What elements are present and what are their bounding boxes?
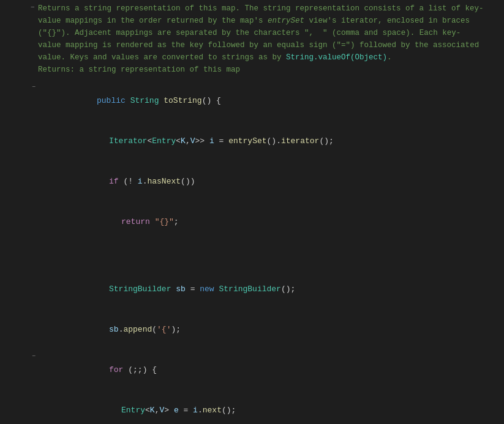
line-content: Iterator<Entry<K,V>> i = entrySet().iter… [37,121,504,162]
collapse-icon-method[interactable]: − [32,81,36,94]
code-line-iterator: Iterator<Entry<K,V>> i = entrySet().iter… [0,121,504,162]
code-line-return-empty: return "{}"; [0,202,504,242]
javadoc-line-2: value mappings in the order returned by … [0,15,504,27]
code-lines: − public String toString() { Iterator<En… [0,78,504,424]
javadoc-text-3: ("{}"). Adjacent mappings are separated … [37,27,504,39]
code-line-for: − for (;;) { [0,350,504,390]
code-line-if-hasnext: if (! i.hasNext()) [0,162,504,202]
code-line-empty-1 [0,242,504,256]
keyword-public: public [97,96,126,105]
javadoc-text-6: Returns: a string representation of this… [37,64,504,76]
line-content: if (! i.hasNext()) [37,162,504,202]
line-number [0,64,31,76]
line-number [0,15,31,27]
code-line-append-open: sb.append('{'); [0,310,504,350]
line-marker [31,64,37,76]
code-area: − Returns a string representation of thi… [0,0,504,424]
line-content [37,242,504,256]
javadoc-line-4: value mapping is rendered as the key fol… [0,39,504,51]
line-marker [31,27,37,39]
collapse-icon[interactable]: − [31,4,35,11]
line-number [0,39,31,51]
line-marker: − [31,350,37,363]
line-content: public String toString() { [37,81,504,121]
line-content: sb.append('{'); [37,310,504,350]
line-content: Entry<K,V> e = i.next(); [37,390,504,424]
javadoc-comment: − Returns a string representation of thi… [0,0,504,78]
line-number [0,27,31,39]
code-line-stringbuilder: StringBuilder sb = new StringBuilder(); [0,269,504,310]
javadoc-text-2: value mappings in the order returned by … [37,15,504,27]
line-content: StringBuilder sb = new StringBuilder(); [37,269,504,310]
line-content: for (;;) { [37,350,504,390]
line-marker: − [31,2,37,15]
javadoc-line-3: ("{}"). Adjacent mappings are separated … [0,27,504,39]
javadoc-line-5: value. Keys and values are converted to … [0,51,504,64]
line-number [0,51,31,64]
line-marker [31,39,37,51]
type-string: String [130,96,159,105]
method-tostring: toString [164,96,201,105]
javadoc-line-6: Returns: a string representation of this… [0,64,504,76]
javadoc-line-1: − Returns a string representation of thi… [0,2,504,15]
line-content: return "{}"; [37,202,504,242]
line-marker: − [31,81,37,94]
line-number [0,2,31,15]
javadoc-text-4: value mapping is rendered as the key fol… [37,39,504,51]
javadoc-text-5: value. Keys and values are converted to … [37,51,504,64]
code-line-entry: Entry<K,V> e = i.next(); [0,390,504,424]
javadoc-text-1: Returns a string representation of this … [37,2,504,15]
editor-container: − Returns a string representation of thi… [0,0,504,424]
collapse-icon-for[interactable]: − [32,350,36,363]
code-line-empty-2 [0,256,504,269]
code-line-tostring: − public String toString() { [0,81,504,121]
line-marker [31,51,37,64]
line-marker [31,15,37,27]
type-iterator: Iterator [109,136,147,146]
line-content [37,256,504,269]
